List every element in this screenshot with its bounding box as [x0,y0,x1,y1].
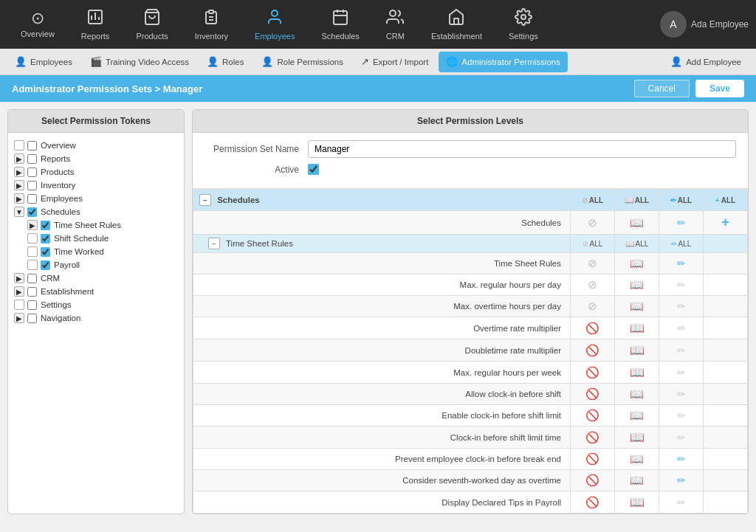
tree-check-schedules[interactable] [27,207,37,217]
tree-check-employees[interactable] [27,194,37,204]
book-icon[interactable]: 📖 [630,474,644,487]
tree-toggle-establishment[interactable]: ▶ [14,286,24,297]
tree-toggle-reports[interactable]: ▶ [14,153,24,164]
tree-item-products[interactable]: ▶ Products [13,165,179,179]
tree-check-timeworked[interactable] [41,247,50,257]
tree-toggle-settings[interactable] [14,300,24,310]
book-icon[interactable]: 📖 [630,300,644,313]
tree-toggle-crm[interactable]: ▶ [14,273,24,283]
ban-icon[interactable]: ⊘ [588,216,597,229]
ts-book-all[interactable]: 📖 ALL [615,235,659,253]
tree-check-inventory[interactable] [27,181,37,190]
tree-toggle-overview[interactable] [14,140,24,151]
pencil-icon[interactable]: ✏ [677,322,686,334]
tree-item-crm[interactable]: ▶ CRM [13,272,179,285]
tree-item-establishment[interactable]: ▶ Establishment [13,285,179,298]
tree-check-products[interactable] [27,167,37,177]
tree-child-payroll[interactable]: Payroll [26,258,179,272]
tree-toggle-shift[interactable] [27,233,38,243]
ban-icon[interactable]: ⊘ [588,257,597,270]
book-icon[interactable]: 📖 [630,216,644,229]
book-icon[interactable]: 📖 [630,278,644,291]
pencil-icon[interactable]: ✏ [677,388,686,400]
tree-check-timesheet[interactable] [41,221,50,230]
ts-pencil-all[interactable]: ✏ ALL [659,235,704,253]
tree-item-reports[interactable]: ▶ Reports [13,152,179,165]
tree-check-settings[interactable] [27,300,37,310]
pencil-icon[interactable]: ✏ [677,345,686,356]
ban-active-icon[interactable]: 🚫 [585,387,599,401]
nav-item-schedules[interactable]: Schedules [308,0,372,49]
pencil-icon[interactable]: ✏ [677,410,686,421]
tree-child-timesheet[interactable]: ▶ Time Sheet Rules [26,218,179,232]
pencil-icon[interactable]: ✏ [677,432,686,443]
subnav-employees[interactable]: 👤 Employees [7,52,80,72]
pencil-active-icon[interactable]: ✏ [677,474,686,486]
ban-active-icon[interactable]: 🚫 [585,322,599,335]
plus-icon[interactable]: + [721,215,729,230]
active-checkbox[interactable] [308,164,319,175]
ban-active-icon[interactable]: 🚫 [585,452,599,466]
subnav-export-import[interactable]: ↗ Export / Import [354,52,436,72]
tree-toggle-employees[interactable]: ▶ [14,193,24,204]
schedules-toggle[interactable]: − [199,194,211,206]
subnav-roles[interactable]: 👤 Roles [199,52,251,72]
tree-item-schedules[interactable]: ▼ Schedules [13,205,179,218]
tree-item-inventory[interactable]: ▶ Inventory [13,179,179,192]
tree-child-timeworked[interactable]: Time Worked [26,245,179,258]
schedules-row-pencil[interactable]: ✏ [659,211,704,235]
tree-check-reports[interactable] [27,154,37,164]
ts-ban-all[interactable]: ⊘ ALL [571,235,615,253]
book-icon[interactable]: 📖 [630,387,644,401]
nav-item-establishment[interactable]: Establishment [418,0,495,49]
book-icon[interactable]: 📖 [630,409,644,422]
schedules-row-ban[interactable]: ⊘ [571,211,615,235]
nav-item-overview[interactable]: ⊙ Overview [7,0,68,49]
book-inactive-icon[interactable]: 📖 [630,343,645,357]
timesheet-toggle[interactable]: − [208,238,220,249]
tree-child-shift[interactable]: Shift Schedule [26,232,179,245]
subnav-training[interactable]: 🎬 Training Video Access [83,52,196,72]
nav-item-employees[interactable]: Employees [241,0,308,49]
tree-check-overview[interactable] [27,141,37,151]
tree-item-navigation[interactable]: ▶ Navigation [13,311,179,325]
tree-item-overview[interactable]: Overview [13,139,179,152]
book-inactive-icon[interactable]: 📖 [630,321,645,335]
tree-toggle-inventory[interactable]: ▶ [14,180,24,190]
nav-item-reports[interactable]: Reports [68,0,123,49]
nav-item-crm[interactable]: CRM [373,0,418,49]
tree-toggle-products[interactable]: ▶ [14,167,24,177]
ban-active-icon[interactable]: 🚫 [585,431,599,444]
ban-active-icon[interactable]: 🚫 [585,496,599,509]
nav-item-products[interactable]: Products [123,0,181,49]
ban-active-icon[interactable]: 🚫 [585,474,599,487]
tree-check-payroll[interactable] [41,260,50,270]
subnav-admin-permissions[interactable]: 🌐 Administrator Permissions [439,52,568,72]
save-button[interactable]: Save [695,80,744,97]
schedules-row-book[interactable]: 📖 [615,211,659,235]
ban-icon[interactable]: ⊘ [588,300,597,313]
tree-toggle-timeworked[interactable] [27,246,38,257]
pencil-icon[interactable]: ✏ [677,279,686,291]
tree-toggle-schedules[interactable]: ▼ [14,207,24,217]
subnav-role-permissions[interactable]: 👤 Role Permissions [254,52,350,72]
permission-set-name-input[interactable] [308,140,736,158]
book-inactive-icon[interactable]: 📖 [630,365,645,379]
schedules-ban-all-cell[interactable]: ⊘ ALL [571,190,615,211]
cancel-button[interactable]: Cancel [634,80,690,97]
book-inactive-icon[interactable]: 📖 [630,430,645,444]
tree-check-crm[interactable] [27,274,37,283]
tree-check-establishment[interactable] [27,287,37,297]
pencil-icon[interactable]: ✏ [677,300,686,312]
book-inactive-icon[interactable]: 📖 [630,495,645,509]
tree-toggle-timesheet[interactable]: ▶ [27,220,38,230]
pencil-icon[interactable]: ✏ [677,367,686,379]
nav-item-settings[interactable]: Settings [495,0,551,49]
pencil-active-icon[interactable]: ✏ [677,453,686,465]
schedules-row-plus[interactable]: + [704,211,748,235]
tree-item-employees-tree[interactable]: ▶ Employees [13,192,179,205]
schedules-book-all-cell[interactable]: 📖 ALL [615,190,659,211]
nav-item-inventory[interactable]: Inventory [182,0,241,49]
schedules-plus-all-cell[interactable]: + ALL [704,190,748,211]
ban-active-icon[interactable]: 🚫 [585,366,599,379]
